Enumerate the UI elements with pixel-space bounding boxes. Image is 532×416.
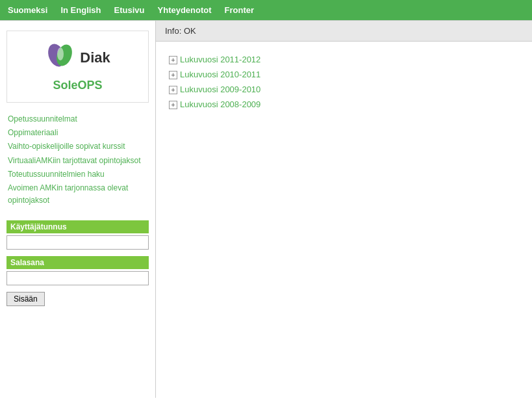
diak-logo-svg	[45, 41, 76, 75]
year-item: +Lukuvuosi 2011-2012	[169, 55, 519, 64]
username-input[interactable]	[6, 235, 149, 250]
year-link-2009-2010[interactable]: Lukuvuosi 2009-2010	[180, 84, 260, 94]
sidebar-link-oppimateriaali[interactable]: Oppimateriaali	[6, 126, 149, 140]
login-button[interactable]: Sisään	[6, 292, 45, 306]
password-input[interactable]	[6, 271, 149, 285]
nav-etusivu[interactable]: Etusivu	[114, 5, 145, 15]
expand-icon[interactable]: +	[169, 56, 177, 64]
diak-logo: Diak	[14, 41, 142, 75]
app-name-green: OPS	[78, 79, 103, 92]
diak-text: Diak	[80, 49, 110, 66]
sidebar-link-opetussuunnitelmat[interactable]: Opetussuunnitelmat	[6, 112, 149, 126]
expand-icon[interactable]: +	[169, 71, 177, 79]
sidebar-link-avoimen[interactable]: Avoimen AMKin tarjonnassa olevat opintoj…	[6, 181, 149, 207]
sidebar: Diak SoleOPS Opetussuunnitelmat Oppimate…	[0, 21, 156, 398]
content-body: +Lukuvuosi 2011-2012+Lukuvuosi 2010-2011…	[156, 42, 532, 127]
nav-suomeksi[interactable]: Suomeksi	[8, 5, 47, 15]
year-link-2011-2012[interactable]: Lukuvuosi 2011-2012	[180, 55, 260, 64]
expand-icon[interactable]: +	[169, 101, 177, 109]
main-content: Info: OK +Lukuvuosi 2011-2012+Lukuvuosi …	[156, 21, 532, 398]
login-form: Käyttäjätunnus Salasana Sisään	[6, 220, 149, 306]
nav-yhteydenotot[interactable]: Yhteydenotot	[158, 5, 212, 15]
sidebar-link-vaihto[interactable]: Vaihto-opiskelijoille sopivat kurssit	[6, 140, 149, 153]
year-item: +Lukuvuosi 2009-2010	[169, 84, 519, 94]
nav-in-english[interactable]: In English	[60, 5, 101, 15]
nav-fronter[interactable]: Fronter	[225, 5, 255, 15]
password-label: Salasana	[6, 256, 149, 269]
sidebar-links: Opetussuunnitelmat Oppimateriaali Vaihto…	[6, 112, 149, 207]
info-text: Info: OK	[165, 26, 196, 36]
info-bar: Info: OK	[156, 21, 532, 42]
main-layout: Diak SoleOPS Opetussuunnitelmat Oppimate…	[0, 21, 532, 398]
sidebar-link-toteutus[interactable]: Toteutussuunnitelmien haku	[6, 168, 149, 181]
year-item: +Lukuvuosi 2008-2009	[169, 99, 519, 109]
username-label: Käyttäjätunnus	[6, 220, 149, 233]
app-name-black: Sole	[53, 79, 77, 92]
expand-icon[interactable]: +	[169, 86, 177, 94]
sidebar-link-virtuaaliamk[interactable]: VirtuaaliAMKiin tarjottavat opintojaksot	[6, 154, 149, 168]
year-link-2008-2009[interactable]: Lukuvuosi 2008-2009	[180, 99, 260, 109]
year-link-2010-2011[interactable]: Lukuvuosi 2010-2011	[180, 70, 260, 79]
app-name: SoleOPS	[14, 79, 142, 92]
year-item: +Lukuvuosi 2010-2011	[169, 70, 519, 79]
logo-area: Diak SoleOPS	[6, 31, 149, 103]
svg-point-2	[57, 47, 64, 60]
top-navigation: Suomeksi In English Etusivu Yhteydenotot…	[0, 0, 532, 20]
